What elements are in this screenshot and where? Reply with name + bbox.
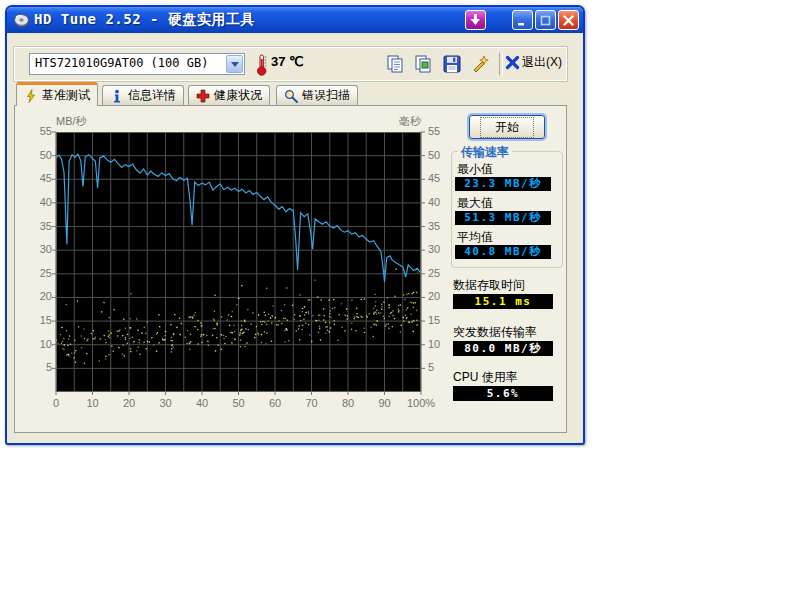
y-axis-left-unit: MB/秒: [56, 114, 87, 129]
x-tick-20: 20: [111, 397, 147, 409]
tab-benchmark-label: 基准测试: [42, 87, 90, 104]
x-tick-90: 90: [367, 397, 403, 409]
x-tick-0: 0: [38, 397, 74, 409]
hard-disk-icon: [13, 12, 30, 29]
y-tick-left-15: 15: [26, 314, 52, 326]
access-time-display: 15.1 ms: [453, 294, 553, 309]
maximize-button[interactable]: [535, 10, 556, 30]
minimize-button[interactable]: [512, 10, 533, 30]
avg-value-label: 平均值: [457, 229, 493, 246]
cpu-usage-label: CPU 使用率: [453, 369, 518, 386]
x-tick-70: 70: [294, 397, 330, 409]
y-tick-left-55: 55: [26, 125, 52, 137]
magnifier-icon: [284, 89, 298, 103]
hdtune-window: HD Tune 2.52 - 硬盘实用工具: [5, 5, 585, 445]
x-tick-50: 50: [221, 397, 257, 409]
benchmark-lightning-icon: [24, 89, 38, 103]
toolbar-separator: [499, 53, 503, 75]
title-bar[interactable]: HD Tune 2.52 - 硬盘实用工具: [7, 7, 583, 33]
tab-health[interactable]: 健康状况: [188, 85, 270, 105]
y-tick-left-25: 25: [26, 267, 52, 279]
download-button[interactable]: [465, 10, 486, 30]
options-button[interactable]: [470, 54, 490, 74]
y-tick-right-55: 55: [428, 125, 458, 137]
tab-error-scan[interactable]: 错误扫描: [276, 85, 358, 105]
x-tick-40: 40: [184, 397, 220, 409]
exit-button[interactable]: 退出(X): [505, 54, 562, 71]
window-title: HD Tune 2.52 - 硬盘实用工具: [34, 11, 465, 29]
copy-text-button[interactable]: [386, 54, 406, 74]
tab-info[interactable]: 信息详情: [102, 85, 184, 105]
y-tick-left-5: 5: [26, 361, 52, 373]
tab-info-label: 信息详情: [128, 87, 176, 104]
y-tick-left-35: 35: [26, 220, 52, 232]
access-time-label: 数据存取时间: [453, 277, 525, 294]
y-tick-left-30: 30: [26, 243, 52, 255]
min-value-label: 最小值: [457, 161, 493, 178]
tab-error-scan-label: 错误扫描: [302, 87, 350, 104]
minimize-icon: [517, 15, 528, 26]
tab-health-label: 健康状况: [214, 87, 262, 104]
maximize-icon: [540, 15, 551, 26]
burst-rate-label: 突发数据传输率: [453, 324, 537, 341]
y-tick-left-50: 50: [26, 149, 52, 161]
temperature-value: 37 ℃: [271, 54, 304, 69]
y-tick-left-45: 45: [26, 172, 52, 184]
y-tick-left-20: 20: [26, 290, 52, 302]
copy-image-button[interactable]: [414, 54, 434, 74]
close-button[interactable]: [558, 10, 579, 30]
tab-benchmark[interactable]: 基准测试: [16, 82, 98, 106]
x-tick-10: 10: [75, 397, 111, 409]
y-axis-right-unit: 毫秒: [391, 114, 421, 129]
max-value-display: 51.3 MB/秒: [455, 211, 551, 225]
start-button[interactable]: 开始: [469, 115, 545, 139]
benchmark-page: MB/秒 毫秒 555045403530252015105 5550454035…: [14, 105, 567, 433]
y-tick-left-40: 40: [26, 196, 52, 208]
avg-value-display: 40.8 MB/秒: [455, 245, 551, 259]
benchmark-plot: [56, 132, 421, 392]
combo-dropdown-button[interactable]: [226, 55, 243, 73]
start-button-label: 开始: [480, 117, 534, 138]
x-tick-100: 100%: [403, 397, 439, 409]
save-button[interactable]: [442, 54, 462, 74]
x-tick-80: 80: [330, 397, 366, 409]
exit-label: 退出(X): [522, 54, 562, 71]
down-arrow-icon: [470, 14, 481, 26]
transfer-rate-group-title: 传输速率: [458, 144, 512, 161]
exit-x-icon: [505, 55, 520, 70]
x-tick-30: 30: [148, 397, 184, 409]
burst-rate-display: 80.0 MB/秒: [453, 341, 553, 356]
info-icon: [110, 89, 124, 103]
cpu-usage-display: 5.6%: [453, 386, 553, 401]
min-value-display: 23.3 MB/秒: [455, 177, 551, 191]
drive-select-value: HTS721010G9AT00 (100 GB): [35, 56, 208, 70]
toolbar: HTS721010G9AT00 (100 GB) 37 ℃: [14, 47, 567, 81]
y-tick-left-10: 10: [26, 338, 52, 350]
x-tick-60: 60: [257, 397, 293, 409]
thermometer-icon: [255, 53, 268, 76]
close-icon: [563, 15, 574, 26]
benchmark-chart: [56, 132, 421, 392]
health-cross-icon: [196, 89, 210, 103]
max-value-label: 最大值: [457, 195, 493, 212]
drive-select[interactable]: HTS721010G9AT00 (100 GB): [29, 53, 245, 75]
